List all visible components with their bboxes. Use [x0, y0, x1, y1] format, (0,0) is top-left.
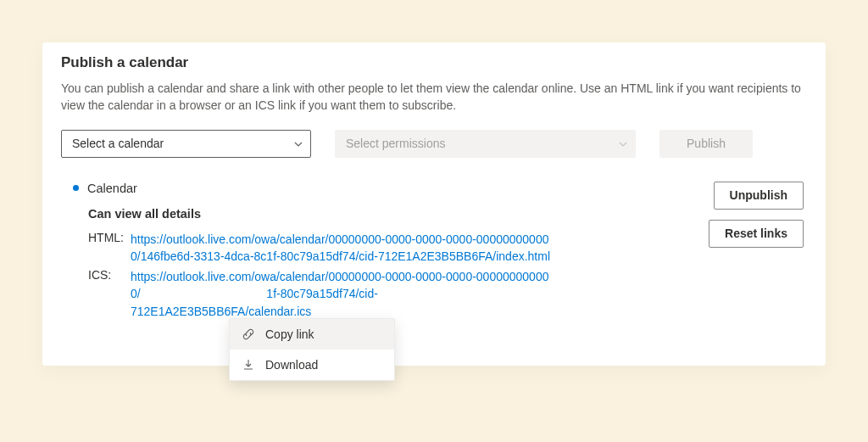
publish-calendar-panel: Publish a calendar You can publish a cal… [42, 42, 826, 366]
copy-link-menu-item[interactable]: Copy link [230, 319, 394, 350]
ics-link[interactable]: https://outlook.live.com/owa/calendar/00… [131, 268, 554, 320]
copy-link-label: Copy link [265, 327, 314, 341]
download-label: Download [265, 358, 318, 372]
html-link[interactable]: https://outlook.live.com/owa/calendar/00… [131, 231, 554, 266]
chevron-down-icon [293, 138, 303, 148]
ics-link-row: ICS: https://outlook.live.com/owa/calend… [88, 268, 695, 320]
select-calendar-placeholder: Select a calendar [72, 137, 164, 150]
page-description: You can publish a calendar and share a l… [61, 80, 807, 115]
download-menu-item[interactable]: Download [230, 350, 394, 380]
permission-level-label: Can view all details [88, 207, 695, 221]
html-label: HTML: [88, 231, 124, 266]
page-title: Publish a calendar [61, 54, 807, 71]
link-context-menu: Copy link Download [229, 318, 395, 381]
html-link-row: HTML: https://outlook.live.com/owa/calen… [88, 231, 695, 266]
download-icon [242, 358, 255, 372]
calendar-color-dot [73, 185, 79, 191]
select-permissions-dropdown: Select permissions [335, 130, 636, 158]
reset-links-button[interactable]: Reset links [709, 220, 804, 248]
publish-button: Publish [659, 130, 753, 158]
select-permissions-placeholder: Select permissions [346, 137, 446, 150]
controls-row: Select a calendar Select permissions Pub… [61, 130, 807, 158]
unpublish-button[interactable]: Unpublish [714, 182, 804, 210]
chevron-down-icon [618, 138, 628, 148]
ics-label: ICS: [88, 268, 124, 320]
link-icon [242, 327, 255, 341]
calendar-name: Calendar [87, 182, 137, 195]
published-calendar-section: Calendar Can view all details HTML: http… [61, 182, 807, 323]
select-calendar-dropdown[interactable]: Select a calendar [61, 130, 311, 158]
